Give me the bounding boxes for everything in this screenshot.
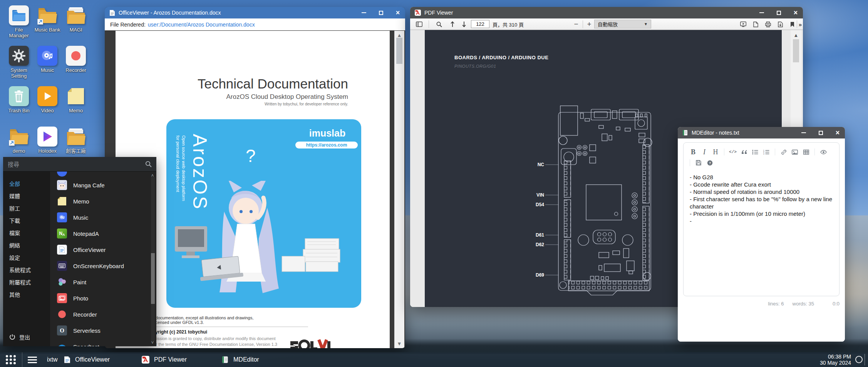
taskbar-item-officeviewer[interactable]: OfficeViewer xyxy=(64,352,110,367)
download-icon[interactable] xyxy=(775,18,785,30)
minimize-button[interactable] xyxy=(759,10,764,15)
zoom-level-select[interactable]: 自動縮放 ▼ xyxy=(594,20,651,28)
desktop-icon-recorder[interactable]: Recorder xyxy=(62,46,90,86)
code-button[interactable]: </> xyxy=(729,148,737,156)
quote-button[interactable] xyxy=(740,148,748,156)
app-row-recorder[interactable]: Recorder xyxy=(50,306,148,322)
category-system[interactable]: 系統程式 xyxy=(9,264,50,276)
preview-eye-icon[interactable] xyxy=(819,148,828,156)
taskbar-item-pdf-viewer[interactable]: PDF Viewer xyxy=(142,352,187,367)
bookmark-icon[interactable] xyxy=(788,18,797,30)
markdown-editor-box[interactable]: B I H </> 123 xyxy=(683,142,840,296)
maximize-button[interactable] xyxy=(818,130,823,135)
app-list-scrollbar[interactable]: ˄ ˅ xyxy=(148,172,156,346)
taskbar-item-mdeditor[interactable]: MDEditor xyxy=(222,352,259,367)
desktop-icon-system-setting[interactable]: System Setting xyxy=(5,46,33,86)
category-settings[interactable]: 設定 xyxy=(9,252,50,264)
category-network[interactable]: 網絡 xyxy=(9,239,50,252)
show-desktop-divider[interactable] xyxy=(865,354,865,365)
app-row-memo[interactable]: Memo xyxy=(50,193,148,209)
link-icon[interactable] xyxy=(779,148,788,156)
more-tools-icon[interactable]: » xyxy=(798,18,803,30)
category-files[interactable]: 檔案 xyxy=(9,227,50,239)
close-button[interactable]: × xyxy=(793,10,798,15)
save-icon[interactable] xyxy=(694,158,703,167)
category-accessories[interactable]: 附屬程式 xyxy=(9,276,50,289)
page-number-input[interactable] xyxy=(471,20,489,28)
category-media[interactable]: 媒體 xyxy=(9,190,50,202)
category-office[interactable]: 辦工 xyxy=(9,202,50,215)
mdeditor-titlebar[interactable]: MDEditor - notes.txt × xyxy=(678,127,845,138)
taskbar-clock[interactable]: 06:38 PM 30 May 2024 xyxy=(820,354,851,366)
ordered-list-icon[interactable]: 123 xyxy=(762,148,771,156)
app-row-speedtest[interactable]: Speedtest xyxy=(50,339,148,346)
app-row-paint[interactable]: Paint xyxy=(50,274,148,290)
app-row-onscreenkeyboard[interactable]: OnScreenKeyboard xyxy=(50,258,148,274)
desktop-icon-magi[interactable]: MAGI xyxy=(62,5,90,46)
app-row-partial[interactable] xyxy=(50,172,148,177)
help-icon[interactable]: ? xyxy=(705,158,714,167)
close-button[interactable]: × xyxy=(395,10,400,15)
category-others[interactable]: 其他 xyxy=(9,289,50,301)
desktop-icon-label: Memo xyxy=(69,108,83,113)
app-row-notepada[interactable]: NA NotepadA xyxy=(50,225,148,242)
desktop-icon-label: MAGI xyxy=(69,27,82,33)
table-icon[interactable] xyxy=(802,148,810,156)
pdf-source-line: PINOUTS.ORG/G01 xyxy=(454,64,496,68)
heading-button[interactable]: H xyxy=(711,148,720,156)
app-row-photo[interactable]: Photo xyxy=(50,290,148,306)
search-icon[interactable] xyxy=(434,18,444,30)
print-icon[interactable] xyxy=(763,18,773,30)
minimize-button[interactable] xyxy=(801,130,806,135)
maximize-button[interactable] xyxy=(776,10,781,15)
desktop-icon-file-manager[interactable]: File Manager xyxy=(5,5,33,46)
desktop-icon-video[interactable]: Video xyxy=(33,86,62,127)
scrollbar-thumb[interactable] xyxy=(396,38,402,64)
file-rendered-label: File Rendered: xyxy=(110,22,146,28)
category-download[interactable]: 下載 xyxy=(9,215,50,227)
editor-statusbar: lines: 6 words: 35 0:0 xyxy=(768,301,840,307)
open-file-icon[interactable] xyxy=(751,18,761,30)
menu-toggle-icon[interactable] xyxy=(28,355,37,365)
status-ring-icon[interactable] xyxy=(855,356,863,363)
app-grid-icon xyxy=(6,355,16,364)
minimize-button[interactable] xyxy=(361,10,367,15)
app-row-serverless[interactable]: O Serverless xyxy=(50,322,148,339)
chevron-down-icon: ▼ xyxy=(644,22,648,26)
image-icon[interactable] xyxy=(791,148,799,156)
app-row-officeviewer[interactable]: OfficeViewer xyxy=(50,242,148,258)
taskbar-item-label: PDF Viewer xyxy=(154,356,187,363)
unordered-list-icon[interactable] xyxy=(751,148,759,156)
zoom-in-button[interactable]: + xyxy=(585,18,593,30)
start-button[interactable] xyxy=(0,352,22,367)
pdf-viewer-titlebar[interactable]: PDF Viewer × xyxy=(410,7,803,18)
scrollbar-thumb[interactable] xyxy=(151,253,155,304)
bold-button[interactable]: B xyxy=(689,148,697,156)
italic-button[interactable]: I xyxy=(700,148,709,156)
close-button[interactable]: × xyxy=(835,130,840,135)
start-menu-search[interactable]: 搜尋 xyxy=(3,157,156,172)
scrollbar-thumb[interactable] xyxy=(793,39,799,62)
zoom-out-button[interactable]: − xyxy=(572,18,580,30)
markdown-textarea[interactable]: - No G28 - Gcode rewrite after Cura exor… xyxy=(684,168,839,230)
next-page-icon[interactable] xyxy=(459,18,469,30)
desktop-icon-memo[interactable]: Memo xyxy=(62,86,90,127)
trash-icon xyxy=(9,86,29,106)
app-row-music[interactable]: Music xyxy=(50,209,148,225)
previous-page-icon[interactable] xyxy=(448,18,457,30)
desktop-icon-label: Music xyxy=(41,67,54,73)
desktop-icon-grid: File Manager Music Bank MAGI System Sett… xyxy=(5,5,90,167)
maximize-button[interactable] xyxy=(378,10,384,15)
logout-button[interactable]: 登出 xyxy=(9,333,30,341)
app-row-manga-cafe[interactable]: Manga Cafe xyxy=(50,177,148,193)
document-scrollbar[interactable]: ▲ ▼ xyxy=(394,31,404,348)
sidebar-toggle-icon[interactable] xyxy=(414,18,424,30)
file-path-link[interactable]: user:/Document/Arozos Documentation.docx xyxy=(148,22,255,28)
markdown-toolbar: B I H </> 123 xyxy=(684,143,839,168)
desktop-icon-music[interactable]: Music xyxy=(33,46,62,86)
category-all[interactable]: 全部 xyxy=(9,178,50,190)
officeviewer-titlebar[interactable]: OfficeViewer - Arozos Documentation.docx… xyxy=(105,7,405,18)
presentation-mode-icon[interactable] xyxy=(738,18,748,30)
desktop-icon-music-bank[interactable]: Music Bank xyxy=(33,5,62,46)
desktop-icon-trash-bin[interactable]: Trash Bin xyxy=(5,86,33,127)
